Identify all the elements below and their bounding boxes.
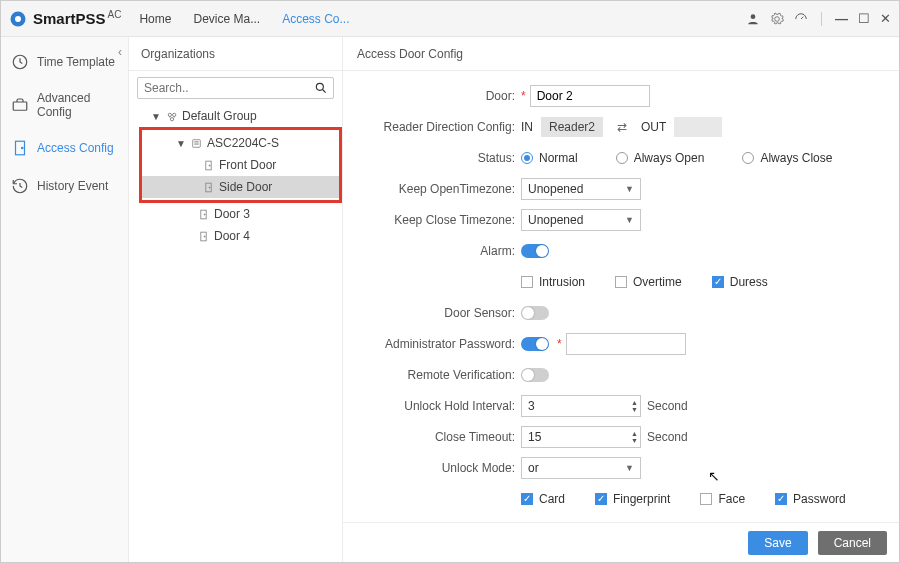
check-intrusion[interactable]: Intrusion [521,275,585,289]
nav-label: History Event [37,179,108,193]
title-bar: SmartPSS AC Home Device Ma... Access Co.… [1,1,899,37]
unit-label: Second [647,399,688,413]
step-down-icon[interactable]: ▼ [631,437,638,444]
label-keep-close: Keep Close Timezone: [363,213,521,227]
radio-always-close[interactable]: Always Close [742,151,832,165]
group-icon [165,110,178,123]
collapse-nav-icon[interactable]: ‹ [118,45,122,59]
tree-device[interactable]: ▼ ASC2204C-S [142,132,339,154]
reader-in-label: IN [521,120,533,134]
unit-label: Second [647,430,688,444]
svg-rect-13 [194,143,198,144]
maximize-button[interactable]: ☐ [858,11,870,26]
chevron-down-icon: ▼ [625,215,634,225]
num-value: 15 [528,430,541,444]
organizations-panel: Organizations ▼ Default Group ▼ ASC2204C… [129,37,343,562]
check-card[interactable]: ✓Card [521,492,565,506]
check-fingerprint[interactable]: ✓Fingerprint [595,492,670,506]
door-small-icon [197,208,210,221]
swap-icon[interactable]: ⇄ [617,120,627,134]
required-marker: * [521,89,526,103]
door-sensor-toggle[interactable] [521,306,549,320]
step-up-icon[interactable]: ▲ [631,430,638,437]
unlock-mode-select[interactable]: or▼ [521,457,641,479]
check-overtime[interactable]: Overtime [615,275,682,289]
main-panel: Access Door Config Door: * Reader Direct… [343,37,899,562]
search-input[interactable] [137,77,334,99]
cancel-button[interactable]: Cancel [818,531,887,555]
caret-down-icon[interactable]: ▼ [176,138,186,149]
label-close-timeout: Close Timeout: [363,430,521,444]
chevron-down-icon: ▼ [625,184,634,194]
highlight-box: ▼ ASC2204C-S Front Door Side Door [139,127,342,203]
svg-point-6 [22,147,24,149]
tab-device-manager[interactable]: Device Ma... [193,12,260,26]
svg-point-2 [751,14,756,19]
tree-root[interactable]: ▼ Default Group [137,105,342,127]
reader-out-select[interactable] [674,117,722,137]
door-small-icon [197,230,210,243]
check-label: Card [539,492,565,506]
radio-normal[interactable]: Normal [521,151,578,165]
reader-in-select[interactable]: Reader2 [541,117,603,137]
svg-rect-4 [13,102,27,110]
check-label: Fingerprint [613,492,670,506]
nav-time-template[interactable]: Time Template [1,43,128,81]
tree-door[interactable]: Front Door [142,154,339,176]
alarm-toggle[interactable] [521,244,549,258]
nav-access-config[interactable]: Access Config [1,129,128,167]
label-door-sensor: Door Sensor: [363,306,521,320]
svg-point-15 [209,164,210,165]
door-icon [11,139,29,157]
check-password[interactable]: ✓Password [775,492,846,506]
check-duress[interactable]: ✓Duress [712,275,768,289]
tree-door[interactable]: Door 3 [137,203,342,225]
search-icon[interactable] [314,81,328,98]
caret-down-icon[interactable]: ▼ [151,111,161,122]
keep-open-select[interactable]: Unopened▼ [521,178,641,200]
minimize-button[interactable]: — [835,11,848,26]
check-label: Overtime [633,275,682,289]
unlock-interval-input[interactable]: 3▲▼ [521,395,641,417]
dashboard-icon[interactable] [794,12,808,26]
tree-door[interactable]: Door 4 [137,225,342,247]
tree-door-selected[interactable]: Side Door [142,176,339,198]
tree-label: ASC2204C-S [207,136,279,150]
tree-label: Front Door [219,158,276,172]
user-icon[interactable] [746,12,760,26]
brand-superscript: AC [108,9,122,20]
check-face[interactable]: Face [700,492,745,506]
label-remote: Remote Verification: [363,368,521,382]
check-label: Face [718,492,745,506]
svg-point-17 [209,186,210,187]
label-status: Status: [363,151,521,165]
required-marker: * [557,337,562,351]
svg-rect-12 [194,141,198,142]
close-timeout-input[interactable]: 15▲▼ [521,426,641,448]
door-name-input[interactable] [530,85,650,107]
device-icon [190,137,203,150]
label-alarm: Alarm: [363,244,521,258]
step-up-icon[interactable]: ▲ [631,399,638,406]
close-button[interactable]: ✕ [880,11,891,26]
nav-label: Advanced Config [37,91,118,119]
gear-icon[interactable] [770,12,784,26]
select-value: Unopened [528,182,583,196]
nav-advanced-config[interactable]: Advanced Config [1,81,128,129]
radio-always-open[interactable]: Always Open [616,151,705,165]
tab-home[interactable]: Home [139,12,171,26]
history-icon [11,177,29,195]
label-unlock-mode: Unlock Mode: [363,461,521,475]
num-value: 3 [528,399,535,413]
save-button[interactable]: Save [748,531,807,555]
footer-bar: Save Cancel [343,522,899,562]
label-door: Door: [363,89,521,103]
nav-history-event[interactable]: History Event [1,167,128,205]
admin-password-input[interactable] [566,333,686,355]
tree-label: Door 3 [214,207,250,221]
step-down-icon[interactable]: ▼ [631,406,638,413]
admin-pw-toggle[interactable] [521,337,549,351]
keep-close-select[interactable]: Unopened▼ [521,209,641,231]
tab-access-control[interactable]: Access Co... [282,12,349,26]
remote-verify-toggle[interactable] [521,368,549,382]
